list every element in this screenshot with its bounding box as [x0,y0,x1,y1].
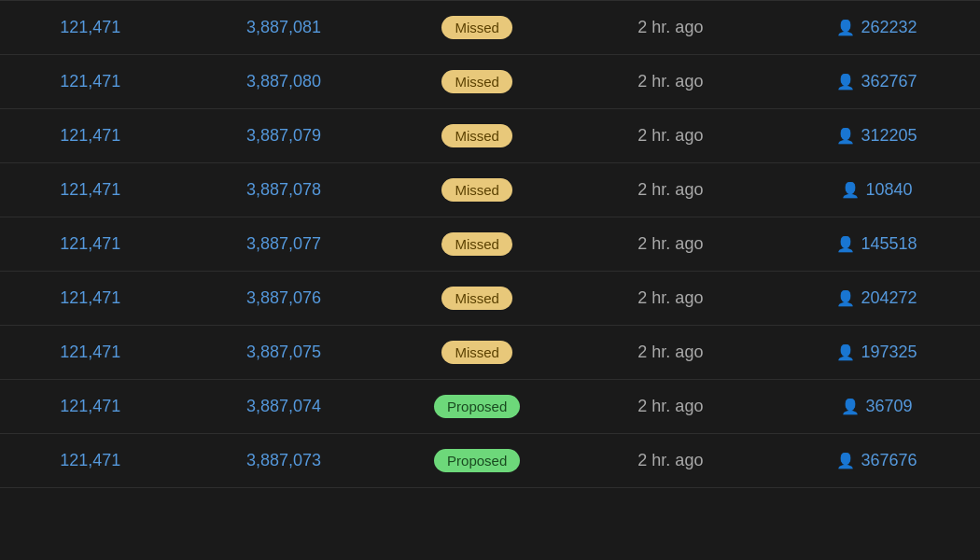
col-num-7: 121,471 [0,380,180,434]
status-badge-8: Proposed [434,449,520,472]
col-num-5: 121,471 [0,272,180,326]
person-icon-6: 👤 [836,343,855,361]
table-row[interactable]: 121,471 3,887,081 Missed 2 hr. ago 👤 262… [0,1,980,55]
col-id-4: 3,887,077 [180,217,386,272]
col-id-8: 3,887,073 [180,434,386,488]
col-time-4: 2 hr. ago [567,217,774,272]
col-num-2: 121,471 [0,109,180,163]
user-id-6: 197325 [861,343,917,362]
person-icon-4: 👤 [836,235,855,253]
col-num-4: 121,471 [0,217,180,272]
col-id-5: 3,887,076 [180,272,386,326]
col-status-0: Missed [386,1,567,55]
col-user-1: 👤 362767 [774,55,980,109]
col-num-6: 121,471 [0,326,180,380]
col-user-8: 👤 367676 [774,434,980,488]
col-num-0: 121,471 [0,1,180,55]
col-user-4: 👤 145518 [774,217,980,272]
col-user-0: 👤 262232 [774,1,980,55]
col-status-8: Proposed [386,434,567,488]
person-icon-0: 👤 [836,19,855,36]
table-row[interactable]: 121,471 3,887,073 Proposed 2 hr. ago 👤 3… [0,434,980,488]
col-id-2: 3,887,079 [180,109,386,163]
person-icon-8: 👤 [836,452,855,469]
person-icon-7: 👤 [841,398,860,415]
col-status-7: Proposed [386,380,567,434]
table-container: 121,471 3,887,081 Missed 2 hr. ago 👤 262… [0,0,980,560]
table-row[interactable]: 121,471 3,887,077 Missed 2 hr. ago 👤 145… [0,217,980,272]
table-row[interactable]: 121,471 3,887,075 Missed 2 hr. ago 👤 197… [0,326,980,380]
table-row[interactable]: 121,471 3,887,078 Missed 2 hr. ago 👤 108… [0,163,980,217]
col-user-3: 👤 10840 [774,163,980,217]
person-icon-3: 👤 [841,181,860,199]
user-id-7: 36709 [865,397,912,416]
status-badge-7: Proposed [434,395,520,418]
status-badge-3: Missed [441,178,512,202]
person-icon-5: 👤 [836,289,855,307]
person-icon-1: 👤 [836,73,855,91]
col-time-2: 2 hr. ago [567,109,774,163]
col-time-7: 2 hr. ago [567,380,774,434]
status-badge-2: Missed [441,124,512,147]
col-time-1: 2 hr. ago [567,55,774,109]
col-status-6: Missed [386,326,567,380]
col-time-6: 2 hr. ago [567,326,774,380]
col-time-0: 2 hr. ago [567,1,774,55]
user-id-3: 10840 [865,180,912,200]
status-badge-1: Missed [441,70,512,93]
col-status-2: Missed [386,109,567,163]
data-table: 121,471 3,887,081 Missed 2 hr. ago 👤 262… [0,0,980,488]
person-icon-2: 👤 [836,127,855,145]
col-user-2: 👤 312205 [774,109,980,163]
user-id-8: 367676 [861,451,917,470]
col-id-6: 3,887,075 [180,326,386,380]
user-id-1: 362767 [861,72,917,91]
col-status-1: Missed [386,55,567,109]
table-row[interactable]: 121,471 3,887,076 Missed 2 hr. ago 👤 204… [0,272,980,326]
user-id-4: 145518 [861,234,917,254]
table-row[interactable]: 121,471 3,887,079 Missed 2 hr. ago 👤 312… [0,109,980,163]
col-num-1: 121,471 [0,55,180,109]
status-badge-4: Missed [441,232,512,256]
col-time-8: 2 hr. ago [567,434,774,488]
col-num-8: 121,471 [0,434,180,488]
col-user-7: 👤 36709 [774,380,980,434]
table-row[interactable]: 121,471 3,887,074 Proposed 2 hr. ago 👤 3… [0,380,980,434]
col-status-3: Missed [386,163,567,217]
col-status-4: Missed [386,217,567,272]
col-id-3: 3,887,078 [180,163,386,217]
col-time-3: 2 hr. ago [567,163,774,217]
col-user-6: 👤 197325 [774,326,980,380]
user-id-5: 204272 [861,288,917,308]
col-num-3: 121,471 [0,163,180,217]
col-status-5: Missed [386,272,567,326]
user-id-0: 262232 [861,18,917,37]
col-user-5: 👤 204272 [774,272,980,326]
col-id-0: 3,887,081 [180,1,386,55]
status-badge-6: Missed [441,341,512,364]
user-id-2: 312205 [861,126,917,146]
col-id-1: 3,887,080 [180,55,386,109]
status-badge-0: Missed [441,16,512,39]
col-time-5: 2 hr. ago [567,272,774,326]
col-id-7: 3,887,074 [180,380,386,434]
table-row[interactable]: 121,471 3,887,080 Missed 2 hr. ago 👤 362… [0,55,980,109]
status-badge-5: Missed [441,287,512,310]
